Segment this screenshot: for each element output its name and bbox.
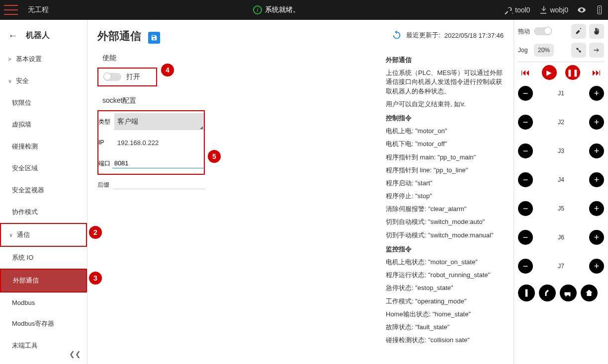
- enable-toggle[interactable]: [103, 73, 121, 81]
- sidebar: ← 机器人 >基本设置∨安全软限位虚拟墙碰撞检测安全区域安全监视器协作模式∨通信…: [0, 20, 87, 364]
- doc-command: 程序启动: "start": [386, 179, 504, 188]
- sidebar-item-label: 安全区域: [12, 164, 38, 173]
- bottom-icon-2[interactable]: [539, 285, 556, 301]
- port-input[interactable]: [112, 158, 204, 168]
- doc-command: 程序停止: "stop": [386, 192, 504, 201]
- joint-plus-button[interactable]: +: [589, 172, 604, 187]
- doc-command: 电机上电: "motor_on": [386, 127, 504, 136]
- sidebar-item-12[interactable]: Modbus寄存器: [0, 313, 87, 335]
- doc-monitor: Home输出状态: "home_state": [386, 310, 504, 319]
- status-text: 系统就绪。: [265, 5, 300, 14]
- ip-value: 192.168.0.222: [114, 137, 204, 148]
- doc-monitor: 程序运行状态: "robot_running_state": [386, 271, 504, 280]
- visibility-button[interactable]: [577, 5, 586, 14]
- sidebar-item-4[interactable]: 碰撞检测: [0, 136, 87, 157]
- doc-command: 清除伺服报警: "clear_alarm": [386, 205, 504, 214]
- home-icon-button[interactable]: [581, 285, 598, 301]
- joint-minus-button[interactable]: −: [518, 230, 533, 245]
- joint-minus-button[interactable]: −: [518, 86, 533, 101]
- joint-plus-button[interactable]: +: [589, 230, 604, 245]
- joint-label: J1: [558, 90, 564, 97]
- joint-minus-button[interactable]: −: [518, 144, 533, 158]
- joint-plus-button[interactable]: +: [589, 259, 604, 274]
- joint-label: J5: [558, 205, 564, 212]
- sidebar-item-7[interactable]: 协作模式: [0, 201, 87, 223]
- hand-mode-button[interactable]: [589, 24, 604, 39]
- info-icon: i: [253, 5, 262, 14]
- tool-button[interactable]: tool0: [504, 5, 530, 14]
- coord-mode-button[interactable]: [571, 43, 586, 58]
- skip-back-button[interactable]: ⏮: [518, 65, 533, 80]
- sidebar-item-label: 安全: [16, 76, 29, 85]
- joint-plus-button[interactable]: +: [589, 86, 604, 101]
- type-label: 类型: [98, 118, 114, 126]
- annotation-marker-5: 5: [208, 150, 221, 163]
- sidebar-item-label: 基本设置: [16, 55, 42, 64]
- sidebar-item-6[interactable]: 安全监视器: [0, 179, 87, 201]
- sidebar-item-9[interactable]: 系统 IO: [0, 247, 87, 269]
- save-button[interactable]: [148, 32, 160, 44]
- jog-label: Jog: [518, 47, 531, 54]
- pause-button[interactable]: ❚❚: [565, 65, 580, 80]
- doc-monitor: 故障状态: "fault_state": [386, 323, 504, 332]
- skip-forward-button[interactable]: ⏭: [589, 65, 604, 80]
- suffix-input[interactable]: [113, 180, 205, 189]
- port-label: 端口: [98, 159, 112, 168]
- drag-toggle[interactable]: [534, 27, 552, 35]
- back-arrow-icon[interactable]: ←: [8, 30, 18, 41]
- joint-minus-button[interactable]: −: [518, 259, 533, 274]
- svg-point-9: [569, 295, 571, 296]
- sidebar-item-3[interactable]: 虚拟墙: [0, 114, 87, 136]
- joint-minus-button[interactable]: −: [518, 172, 533, 187]
- type-select[interactable]: 客户端: [114, 113, 204, 130]
- sidebar-item-0[interactable]: >基本设置: [0, 48, 87, 70]
- sidebar-item-11[interactable]: Modbus: [0, 292, 87, 313]
- svg-point-2: [599, 9, 600, 10]
- sidebar-item-8[interactable]: ∨通信: [0, 223, 87, 247]
- sidebar-item-1[interactable]: ∨安全: [0, 70, 87, 92]
- robot-mode-button[interactable]: [571, 24, 586, 39]
- play-button[interactable]: ▶: [542, 65, 557, 80]
- sidebar-item-label: 协作模式: [12, 208, 38, 217]
- joint-minus-button[interactable]: −: [518, 201, 533, 216]
- controller-button[interactable]: [595, 5, 604, 14]
- joint-row-J3: −J3+: [518, 144, 604, 158]
- sidebar-item-label: 虚拟墙: [12, 120, 31, 129]
- last-updated-value: 2022/05/18 17:37:46: [444, 32, 504, 39]
- documentation-panel: 外部通信 上位系统（PLC、MES等）可以通过外部通信接口向机器人发送指令进行控…: [386, 56, 504, 345]
- sidebar-collapse-icon[interactable]: ❮❮: [69, 350, 81, 358]
- svg-point-8: [565, 295, 567, 296]
- bottom-icon-3[interactable]: [560, 285, 577, 301]
- enable-section-label: 使能: [97, 54, 386, 63]
- project-name: 无工程: [28, 5, 49, 14]
- joint-row-J2: −J2+: [518, 115, 604, 130]
- last-updated-label: 最近更新于:: [406, 31, 440, 40]
- speed-value[interactable]: 20%: [534, 44, 554, 57]
- joint-plus-button[interactable]: +: [589, 201, 604, 216]
- joint-plus-button[interactable]: +: [589, 144, 604, 158]
- joint-label: J7: [558, 263, 564, 270]
- joint-label: J6: [558, 234, 564, 241]
- drag-label: 拖动: [518, 27, 531, 36]
- annotation-marker-3: 3: [89, 272, 102, 285]
- sidebar-item-label: Modbus: [12, 299, 35, 306]
- joint-plus-button[interactable]: +: [589, 115, 604, 130]
- enable-state-text: 打开: [126, 73, 140, 81]
- joint-label: J2: [558, 119, 564, 126]
- refresh-icon[interactable]: [391, 30, 402, 41]
- hamburger-menu-icon[interactable]: [4, 5, 18, 15]
- bottom-icon-1[interactable]: [518, 285, 535, 301]
- sidebar-item-2[interactable]: 软限位: [0, 92, 87, 114]
- wobj-button[interactable]: wobj0: [539, 5, 568, 14]
- chevron-icon: >: [8, 56, 13, 62]
- arrow-mode-button[interactable]: [589, 43, 604, 58]
- chevron-icon: ∨: [8, 78, 13, 84]
- sidebar-item-10[interactable]: 外部通信: [0, 269, 87, 292]
- sidebar-item-label: 碰撞检测: [12, 142, 38, 151]
- joint-row-J1: −J1+: [518, 86, 604, 101]
- sidebar-item-5[interactable]: 安全区域: [0, 157, 87, 179]
- joint-minus-button[interactable]: −: [518, 115, 533, 130]
- sidebar-item-label: 软限位: [12, 98, 31, 107]
- doc-command: 切到自动模式: "switch_mode:auto": [386, 218, 504, 226]
- doc-command: 程序指针到 main: "pp_to_main": [386, 153, 504, 162]
